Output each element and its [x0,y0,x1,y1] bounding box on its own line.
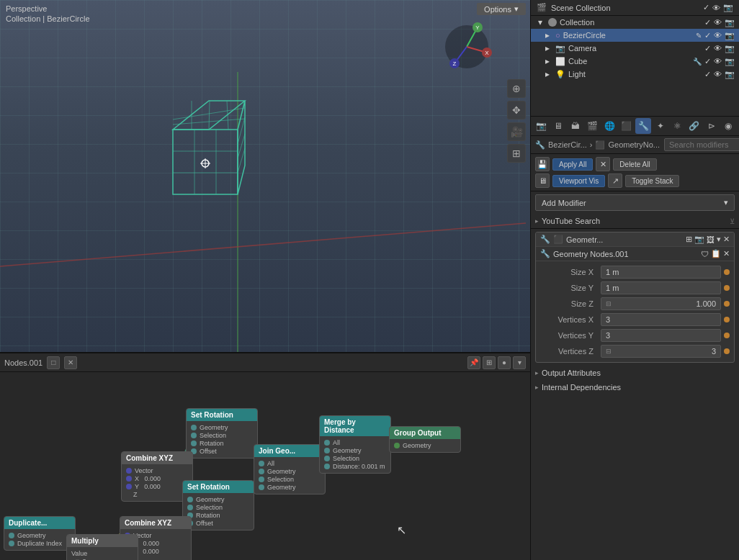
node-set-rotation-1[interactable]: Set Rotation Geometry Selection Rotation… [186,408,258,459]
youtube-search-row[interactable]: ▸ YouTube Search ⊻ [531,214,739,229]
tree-wrench-cube[interactable]: 🔧 [693,58,702,66]
arrow-icon-btn[interactable]: ↗ [608,173,622,188]
icon-physics[interactable]: ⚛ [670,118,686,134]
viewport-3d[interactable]: Perspective Collection | BezierCircle Op… [0,0,530,353]
modifier-search-input[interactable] [664,138,739,151]
close-apply-btn[interactable]: ✕ [596,157,610,171]
icon-modifier[interactable]: 🔧 [635,118,651,134]
scene-cam-icon[interactable]: 📷 [723,3,733,12]
grid-tool-btn[interactable]: ⊞ [507,144,526,163]
prop-row-vert-y: Vertices Y 3 [540,328,730,343]
icon-view-layer[interactable]: 🏔 [568,118,583,134]
apply-all-button[interactable]: Apply All [552,158,593,171]
prop-value-vert-y[interactable]: 3 [601,329,721,342]
tree-edit-bezier[interactable]: ✎ [696,32,702,40]
tree-label-camera: Camera [568,44,596,53]
node-join-geometry[interactable]: Join Geo... All Geometry Selection Geome… [254,444,326,494]
prop-value-vert-z[interactable]: ⊟ 3 [601,345,721,358]
modifier-card-cam-icon[interactable]: 📷 [694,235,704,244]
tree-cam-collection[interactable]: 📷 [725,18,735,27]
options-button[interactable]: Options ▾ [477,3,526,15]
tree-arrow-camera: ▸ [542,43,552,53]
tree-check-light[interactable]: ✓ [704,70,711,79]
tree-check-cube[interactable]: ✓ [704,57,711,66]
zoom-tool-btn[interactable]: ⊕ [507,79,526,98]
delete-all-button[interactable]: Delete All [613,158,656,171]
tree-cam-camera[interactable]: 📷 [725,44,735,53]
node-editor[interactable]: Nodes.001 □ ✕ 📌 ⊞ ● ▾ [0,353,530,560]
tree-eye-bezier[interactable]: 👁 [714,31,722,40]
node-editor-btn-extra[interactable]: ⊞ [483,356,496,369]
node-set-rotation-2[interactable]: Set Rotation Geometry Selection Rotation… [182,480,254,530]
tree-item-cube[interactable]: ▸ ⬜ Cube 🔧 ✓ 👁 📷 [531,55,739,68]
icon-particles[interactable]: ✦ [653,118,668,134]
section-output-attributes[interactable]: ▸ Output Attributes [531,366,739,380]
tree-check-camera[interactable]: ✓ [704,44,711,53]
node-editor-btn-pin[interactable]: 📌 [467,356,480,369]
icon-object[interactable]: ⬛ [619,118,635,134]
scene-vis-icon[interactable]: ✓ [703,3,709,12]
toggle-stack-button[interactable]: Toggle Stack [625,175,679,187]
modifier-sub-close[interactable]: ✕ [723,249,730,258]
tree-item-collection[interactable]: ▾ Collection ✓ 👁 📷 [531,16,739,29]
tree-check-bezier[interactable]: ✓ [704,31,711,40]
icon-scene[interactable]: 🎬 [585,118,601,134]
tree-eye-collection[interactable]: 👁 [714,18,722,27]
modifier-sub-copy[interactable]: 📋 [711,249,721,258]
node-duplicate-elements[interactable]: Duplicate... Geometry Duplicate Index [4,516,76,551]
prop-value-vert-x[interactable]: 3 [601,313,721,326]
tree-eye-cube[interactable]: 👁 [714,57,722,66]
tree-eye-camera[interactable]: 👁 [714,44,722,53]
modifier-card-grid-icon[interactable]: ⊞ [686,235,692,244]
modifier-card-render-icon[interactable]: 🖼 [707,235,715,244]
prop-value-size-y[interactable]: 1 m [601,281,721,294]
add-modifier-button[interactable]: Add Modifier ▾ [535,194,735,211]
collection-tree: ▾ Collection ✓ 👁 📷 ▸ ○ BezierCircle ✎ ✓ … [531,16,739,117]
icon-data[interactable]: ⊳ [704,118,720,134]
prop-value-size-x[interactable]: 1 m [601,266,721,279]
svg-text:Y: Y [475,24,480,31]
modifier-sub-shield[interactable]: 🛡 [701,250,709,258]
prop-size-z-text: 1.000 [696,299,716,308]
tree-dot-collection [548,18,557,27]
prop-label-size-x: Size X [540,268,598,276]
node-multiply[interactable]: Multiply Value ▼ 3 [66,534,138,560]
node-merge-by-distance[interactable]: Merge by Distance All Geometry Selection… [319,415,391,474]
socket-21 [324,440,330,446]
node-editor-btn-2[interactable]: ✕ [64,356,77,369]
tree-cam-bezier[interactable]: 📷 [725,31,735,40]
icon-output[interactable]: 🖥 [551,118,567,134]
camera-tool-btn[interactable]: 🎥 [507,122,526,141]
save-icon-btn[interactable]: 💾 [535,157,550,171]
tree-item-camera[interactable]: ▸ 📷 Camera ✓ 👁 📷 [531,42,739,55]
hand-tool-btn[interactable]: ✥ [507,101,526,119]
modifier-card-more-icon[interactable]: ▾ [717,235,721,244]
node-editor-btn-1[interactable]: □ [47,356,60,369]
node-editor-canvas[interactable]: Set Rotation Geometry Selection Rotation… [0,372,530,560]
tree-item-beziercircle[interactable]: ▸ ○ BezierCircle ✎ ✓ 👁 📷 [531,29,739,42]
node-editor-options-btn[interactable]: ▾ [513,356,526,369]
prop-value-size-z[interactable]: ⊟ 1.000 [601,297,721,310]
panel-icons-row: 📷 🖥 🏔 🎬 🌐 ⬛ 🔧 ✦ ⚛ 🔗 ⊳ ◉ [531,117,739,136]
socket-2 [191,433,197,438]
scene-eye-icon[interactable]: 👁 [712,4,720,12]
tree-cam-cube[interactable]: 📷 [725,57,735,66]
navigation-gizmo[interactable]: Y X Z [440,20,494,74]
scene-collection-icon: 🎬 [537,3,547,12]
modifier-card-close-icon[interactable]: ✕ [723,235,730,244]
tree-eye-light[interactable]: 👁 [714,70,722,78]
section-internal-dependencies[interactable]: ▸ Internal Dependencies [531,380,739,394]
icon-render[interactable]: 📷 [534,118,550,134]
tree-cam-light[interactable]: 📷 [725,70,735,79]
viewport-vis-button[interactable]: Viewport Vis [552,175,605,187]
tree-check-collection[interactable]: ✓ [704,18,711,27]
prop-row-size-y: Size Y 1 m [540,280,730,296]
icon-world[interactable]: 🌐 [601,118,617,134]
icon-material[interactable]: ◉ [720,118,736,134]
node-group-output[interactable]: Group Output Geometry [389,426,461,453]
vis-icon-btn[interactable]: 🖥 [535,173,550,188]
icon-constraints[interactable]: 🔗 [686,118,702,134]
tree-item-light[interactable]: ▸ 💡 Light ✓ 👁 📷 [531,68,739,81]
node-editor-type-btn[interactable]: ● [498,356,511,369]
prop-dot-vert-x [724,317,730,322]
